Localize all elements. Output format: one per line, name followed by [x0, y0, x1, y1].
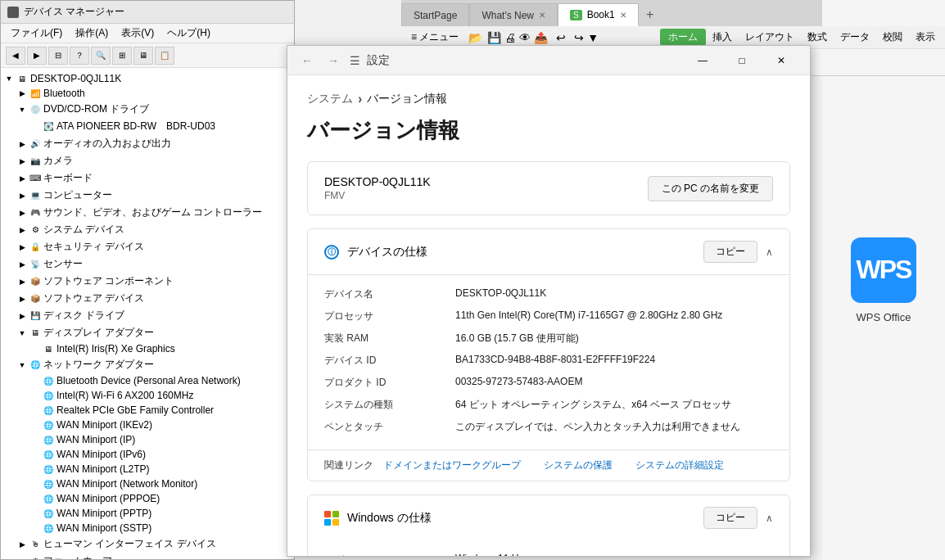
menu-help[interactable]: ヘルプ(H) [162, 25, 215, 42]
menu-file[interactable]: ファイル(F) [6, 25, 67, 42]
info-icon: ⓘ [324, 245, 339, 260]
tab-book1[interactable]: S Book1 ✕ [558, 3, 639, 26]
wps-view-tab[interactable]: 表示 [909, 29, 942, 46]
toolbar-btn-6[interactable]: 📋 [155, 47, 174, 65]
rename-pc-button[interactable]: この PC の名前を変更 [648, 176, 773, 201]
device-specs-collapse[interactable]: ∧ [766, 246, 773, 258]
tree-item[interactable]: ▶🔊オーディオの入力および出力 [1, 135, 294, 152]
wps-data-tab[interactable]: データ [834, 29, 876, 46]
tree-item[interactable]: ▶🖱ヒューマン インターフェイス デバイス [1, 535, 294, 553]
menu-action[interactable]: 操作(A) [70, 25, 113, 42]
toolbar-btn-5[interactable]: 🖥 [133, 47, 153, 65]
toolbar-btn-4[interactable]: ⊞ [112, 47, 132, 65]
hamburger-menu[interactable]: ☰ [350, 54, 360, 67]
tree-item[interactable]: 🌐WAN Miniport (IP) [1, 432, 294, 447]
tree-item[interactable]: ▶📡センサー [1, 255, 294, 273]
new-tab-button[interactable]: + [639, 3, 662, 26]
device-manager-title: デバイス マネージャー [24, 5, 124, 19]
nav-back-button[interactable]: ← [297, 51, 317, 70]
minimize-button[interactable]: — [684, 46, 721, 75]
spec-value: 00325-97273-57483-AAOEM [455, 376, 773, 390]
tree-item[interactable]: 🌐WAN Miniport (L2TP) [1, 462, 294, 476]
tab-startpage[interactable]: StartPage [401, 3, 469, 26]
section-header-left: ⓘ デバイスの仕様 [324, 245, 427, 260]
tree-item[interactable]: ▼🖥DESKTOP-0QJL11K [1, 71, 294, 86]
tree-item[interactable]: ▼🌐ネットワーク アダプター [1, 356, 294, 373]
maximize-button[interactable]: □ [723, 46, 761, 75]
tree-item[interactable]: 💽ATA PIONEER BD-RW BDR-UD03 [1, 118, 294, 135]
toolbar-dropdown-icon[interactable]: ▼ [587, 31, 599, 44]
tree-item[interactable]: ▶🔒セキュリティ デバイス [1, 238, 294, 255]
tree-item[interactable]: ▶🎮サウンド、ビデオ、およびゲーム コントローラー [1, 204, 294, 221]
tree-item[interactable]: 🌐Bluetooth Device (Personal Area Network… [1, 373, 294, 388]
tree-item[interactable]: 🌐WAN Miniport (PPTP) [1, 506, 294, 521]
tree-item[interactable]: 🌐Realtek PCIe GbE Family Controller [1, 403, 294, 418]
toolbar-share-icon[interactable]: 📤 [534, 31, 548, 44]
windows-specs-copy-button[interactable]: コピー [703, 507, 757, 529]
toolbar-undo-icon[interactable]: ↩ [556, 31, 566, 44]
spec-row: システムの種類64 ビット オペレーティング システム、x64 ベース プロセッ… [324, 394, 773, 416]
tree-item[interactable]: 🌐WAN Miniport (SSTP) [1, 521, 294, 535]
titlebar-nav: ← → ☰ 設定 [297, 51, 677, 70]
tree-item[interactable]: 🌐WAN Miniport (Network Monitor) [1, 476, 294, 491]
toolbar-btn-forward[interactable]: ▶ [27, 47, 47, 65]
related-links-label: 関連リンク [324, 458, 373, 472]
tree-item[interactable]: ▶⚙システム デバイス [1, 221, 294, 238]
nav-forward-button[interactable]: → [323, 51, 343, 70]
win-spec-label: エディション [324, 553, 455, 556]
wps-home-tab[interactable]: ホーム [660, 29, 706, 46]
toolbar-save-icon[interactable]: 💾 [487, 31, 501, 44]
tree-item[interactable]: ▼💿DVD/CD-ROM ドライブ [1, 101, 294, 118]
tree-item[interactable]: ▶💻コンピューター [1, 187, 294, 204]
wps-review-tab[interactable]: 校閲 [876, 29, 909, 46]
tree-item[interactable]: ▶⚙ファームウェア [1, 553, 294, 559]
toolbar-redo-icon[interactable]: ↪ [574, 31, 584, 44]
settings-body: システム › バージョン情報 バージョン情報 DESKTOP-0QJL11K F… [287, 75, 810, 556]
device-specs-copy-button[interactable]: コピー [703, 241, 757, 263]
related-link-protection[interactable]: システムの保護 [544, 458, 613, 472]
toolbar-preview-icon[interactable]: 👁 [519, 31, 531, 44]
breadcrumb-separator: › [358, 92, 362, 106]
toolbar-btn-back[interactable]: ◀ [6, 47, 25, 65]
device-specs-header[interactable]: ⓘ デバイスの仕様 コピー ∧ [308, 229, 789, 275]
win-spec-value: Windows 11 Home [455, 553, 773, 556]
tree-item[interactable]: ▶📦ソフトウェア デバイス [1, 290, 294, 307]
tabs-bar: StartPage What's New ✕ S Book1 ✕ + [401, 0, 822, 26]
tab-whatsnew-label: What's New [482, 10, 534, 21]
windows-specs-header[interactable]: Windows の仕様 コピー ∧ [308, 495, 789, 540]
close-button[interactable]: ✕ [762, 46, 800, 75]
device-manager-titlebar: デバイス マネージャー [1, 1, 294, 24]
tree-item[interactable]: 🖥Intel(R) Iris(R) Xe Graphics [1, 341, 294, 356]
tree-item[interactable]: 🌐Intel(R) Wi-Fi 6 AX200 160MHz [1, 388, 294, 403]
menu-view[interactable]: 表示(V) [116, 25, 159, 42]
spec-value: 64 ビット オペレーティング システム、x64 ベース プロセッサ [455, 398, 773, 412]
wps-insert-tab[interactable]: 挿入 [706, 29, 739, 46]
tree-item[interactable]: ▼🖥ディスプレイ アダプター [1, 324, 294, 341]
tree-item[interactable]: ▶💾ディスク ドライブ [1, 307, 294, 324]
related-link-domain[interactable]: ドメインまたはワークグループ [383, 458, 521, 472]
tab-whatsnew-close[interactable]: ✕ [539, 11, 545, 20]
tab-whatsnew[interactable]: What's New ✕ [469, 3, 558, 26]
spec-label: プロセッサ [324, 309, 455, 323]
device-manager-window: デバイス マネージャー ファイル(F) 操作(A) 表示(V) ヘルプ(H) ◀… [0, 0, 295, 560]
wps-layout-tab[interactable]: レイアウト [739, 29, 801, 46]
toolbar-btn-1[interactable]: ⊟ [48, 47, 68, 65]
tab-book1-close[interactable]: ✕ [620, 11, 626, 20]
toolbar-print-icon[interactable]: 🖨 [504, 31, 516, 44]
tree-item[interactable]: ▶⌨キーボード [1, 169, 294, 187]
tree-item[interactable]: 🌐WAN Miniport (IPv6) [1, 447, 294, 462]
tree-item[interactable]: ▶📷カメラ [1, 152, 294, 169]
spec-label: デバイス ID [324, 354, 455, 368]
toolbar-btn-3[interactable]: 🔍 [91, 47, 111, 65]
windows-specs-collapse[interactable]: ∧ [766, 513, 773, 524]
toolbar-open-icon[interactable]: 📂 [468, 31, 482, 44]
spec-label: プロダクト ID [324, 376, 455, 390]
tree-item[interactable]: ▶📶Bluetooth [1, 86, 294, 101]
tree-item[interactable]: 🌐WAN Miniport (PPPOE) [1, 491, 294, 506]
related-link-advanced[interactable]: システムの詳細設定 [635, 458, 724, 472]
wps-formula-tab[interactable]: 数式 [801, 29, 834, 46]
tree-item[interactable]: 🌐WAN Miniport (IKEv2) [1, 418, 294, 432]
toolbar-btn-2[interactable]: ？ [70, 47, 89, 65]
spec-label: デバイス名 [324, 287, 455, 301]
tree-item[interactable]: ▶📦ソフトウェア コンポーネント [1, 273, 294, 290]
